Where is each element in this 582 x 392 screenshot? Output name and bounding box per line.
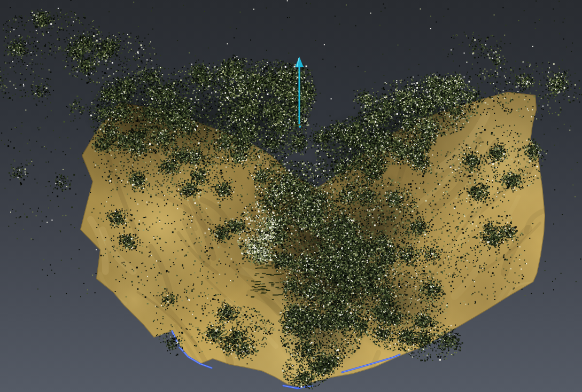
viewer-window <box>0 0 582 392</box>
point-cloud-viewport[interactable] <box>0 0 582 392</box>
